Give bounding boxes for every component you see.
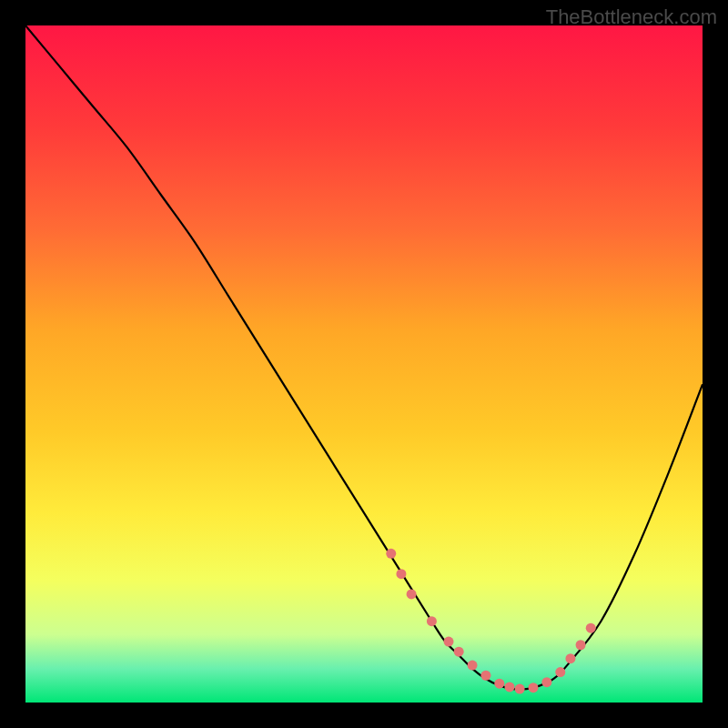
marker-point [444, 637, 454, 647]
watermark-text: TheBottleneck.com [546, 5, 717, 29]
marker-point [468, 661, 478, 671]
curve-overlay [25, 25, 703, 703]
chart-area [25, 25, 703, 703]
marker-point [427, 616, 437, 626]
marker-point [529, 682, 539, 693]
marker-point [555, 667, 565, 677]
bottleneck-curve [25, 25, 703, 690]
marker-point [480, 671, 490, 681]
marker-point [396, 569, 406, 579]
marker-point [407, 589, 417, 599]
marker-point [454, 647, 464, 657]
marker-point [494, 679, 504, 689]
marker-point [586, 623, 596, 633]
marker-point [576, 640, 586, 650]
highlight-markers [386, 549, 595, 694]
marker-point [541, 677, 551, 687]
marker-point [504, 682, 514, 692]
marker-point [386, 549, 396, 559]
marker-point [515, 684, 525, 694]
marker-point [565, 653, 575, 663]
